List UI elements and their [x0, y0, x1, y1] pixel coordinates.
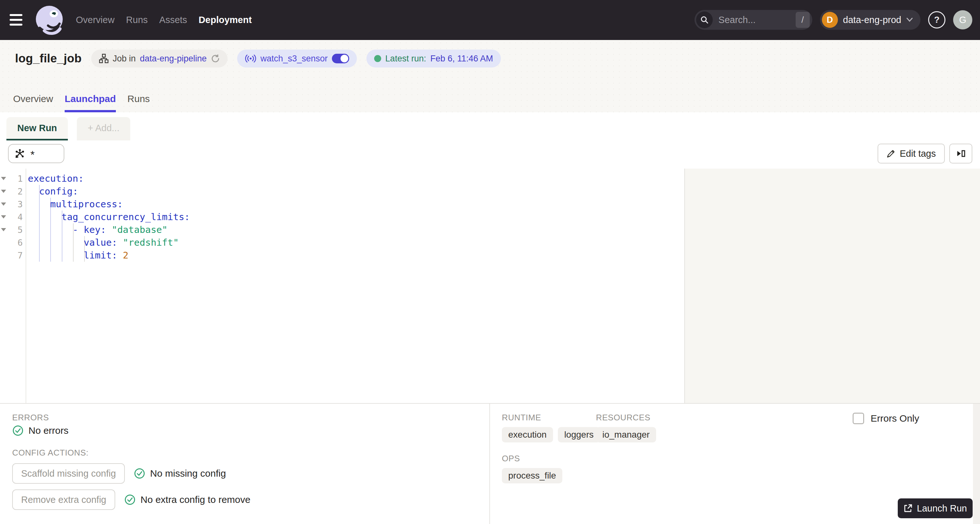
latest-run-label: Latest run:: [385, 54, 426, 64]
runtime-label: RUNTIME: [502, 413, 600, 422]
config-schema-panel: [685, 168, 980, 403]
gutter-row: 6: [0, 236, 25, 249]
search-icon: [696, 11, 713, 28]
user-avatar[interactable]: G: [953, 10, 972, 29]
scaffold-missing-config-button[interactable]: Scaffold missing config: [12, 463, 125, 484]
latest-run-link[interactable]: Feb 6, 11:46 AM: [430, 54, 493, 64]
edit-tags-label: Edit tags: [900, 148, 936, 159]
gutter-row: 1: [0, 172, 25, 185]
fold-arrow-icon[interactable]: [1, 203, 6, 206]
code-line: value: "redshift": [28, 236, 190, 249]
code-line: execution:: [28, 172, 190, 185]
search-input[interactable]: [718, 14, 795, 25]
nav-item-overview[interactable]: Overview: [76, 15, 115, 25]
latest-run-badge: Latest run: Feb 6, 11:46 AM: [366, 49, 501, 68]
check-circle-icon: [134, 468, 145, 479]
line-number: 4: [18, 212, 25, 222]
errors-only-checkbox[interactable]: [853, 413, 864, 424]
sensor-link[interactable]: watch_s3_sensor: [261, 54, 328, 64]
main-nav-links: Overview Runs Assets Deployment: [76, 0, 252, 40]
job-graph-icon: [99, 54, 108, 64]
op-selector-value: *: [30, 149, 35, 160]
fold-arrow-icon[interactable]: [1, 215, 6, 219]
help-icon[interactable]: ?: [928, 11, 945, 29]
expand-panel-icon: [955, 148, 966, 159]
errors-only-label: Errors Only: [870, 413, 919, 424]
fold-arrow-icon[interactable]: [1, 228, 6, 231]
job-location-badge: Job in data-eng-pipeline: [91, 49, 228, 68]
sensor-toggle[interactable]: [332, 54, 349, 64]
page-title: log_file_job: [15, 52, 82, 65]
launch-icon: [904, 504, 912, 513]
fold-arrow-icon[interactable]: [1, 177, 6, 180]
op-selector-input[interactable]: *: [8, 144, 64, 163]
gutter-row: 5: [0, 223, 25, 236]
launchpad-bottom-panel: ERRORS No errors CONFIG ACTIONS: Scaffol…: [0, 403, 980, 524]
config-editor-region: 1234567 execution: config: multiprocess:…: [0, 168, 980, 403]
remove-config-row: Remove extra config No extra config to r…: [12, 489, 250, 510]
global-search[interactable]: /: [695, 10, 812, 30]
ops-label: OPS: [502, 454, 562, 464]
line-number: 7: [18, 251, 25, 260]
nav-right-cluster: / D data-eng-prod ? G: [695, 10, 972, 30]
nav-item-runs[interactable]: Runs: [126, 15, 148, 25]
sensor-badge: watch_s3_sensor: [237, 49, 357, 68]
no-errors-text: No errors: [29, 425, 68, 436]
search-shortcut-key: /: [795, 12, 810, 28]
extra-config-status: No extra config to remove: [124, 494, 251, 505]
errors-panel: ERRORS No errors CONFIG ACTIONS: Scaffol…: [0, 404, 489, 524]
reload-icon[interactable]: [211, 54, 220, 63]
right-gutter-strip: [973, 404, 980, 524]
remove-extra-config-button[interactable]: Remove extra config: [12, 489, 115, 510]
run-status-dot: [374, 55, 381, 62]
resources-section: RESOURCES io_manager: [596, 413, 656, 442]
job-title-row: log_file_job Job in data-eng-pipeline: [15, 49, 501, 68]
sensor-icon: [245, 54, 256, 63]
check-circle-icon: [124, 494, 136, 505]
job-tabs: Overview Launchpad Runs: [13, 94, 150, 112]
hamburger-menu-icon[interactable]: [10, 14, 22, 25]
top-nav-bar: Overview Runs Assets Deployment / D data…: [0, 0, 980, 40]
config-editor[interactable]: execution: config: multiprocess: tag_con…: [28, 172, 190, 262]
line-number: 5: [18, 225, 25, 235]
check-circle-icon: [12, 425, 24, 436]
gutter-row: 4: [0, 211, 25, 223]
fold-arrow-icon[interactable]: [1, 190, 6, 193]
config-section-tag[interactable]: process_file: [502, 468, 562, 483]
errors-section-label: ERRORS: [12, 413, 49, 422]
gutter-row: 3: [0, 198, 25, 211]
pencil-icon: [886, 149, 896, 158]
config-section-tag[interactable]: execution: [502, 427, 553, 442]
chevron-down-icon: [907, 17, 913, 22]
edit-tags-button[interactable]: Edit tags: [878, 144, 945, 164]
config-tab-add[interactable]: + Add...: [77, 117, 130, 141]
runtime-section: RUNTIME executionloggers: [502, 413, 600, 442]
ops-section: OPS process_file: [502, 454, 562, 483]
code-line: config:: [28, 185, 190, 198]
tab-overview[interactable]: Overview: [13, 94, 53, 112]
deployment-switcher[interactable]: D data-eng-prod: [820, 10, 921, 30]
config-tab-new-run[interactable]: New Run: [6, 117, 68, 141]
code-line: multiprocess:: [28, 198, 190, 211]
config-section-tag[interactable]: loggers: [558, 427, 600, 442]
expand-panel-button[interactable]: [949, 144, 972, 164]
launchpad-toolbar: * Edit tags: [0, 140, 980, 169]
editor-gutter: 1234567: [0, 168, 26, 403]
resources-label: RESOURCES: [596, 413, 656, 422]
nav-item-assets[interactable]: Assets: [159, 15, 187, 25]
repo-link[interactable]: data-eng-pipeline: [140, 54, 207, 64]
gutter-row: 2: [0, 185, 25, 198]
code-line: tag_concurrency_limits:: [28, 211, 190, 223]
nav-item-deployment[interactable]: Deployment: [199, 15, 252, 25]
tab-launchpad[interactable]: Launchpad: [65, 94, 116, 112]
launch-run-label: Launch Run: [917, 503, 967, 514]
extra-config-text: No extra config to remove: [140, 494, 251, 505]
scaffold-config-row: Scaffold missing config No missing confi…: [12, 463, 226, 484]
config-section-tag[interactable]: io_manager: [596, 427, 656, 442]
launch-run-button[interactable]: Launch Run: [898, 499, 973, 518]
tab-runs[interactable]: Runs: [127, 94, 150, 112]
no-errors-status: No errors: [12, 425, 68, 436]
dagster-logo-icon[interactable]: [33, 3, 67, 37]
config-sections-panel: RUNTIME executionloggers RESOURCES io_ma…: [490, 404, 980, 524]
missing-config-text: No missing config: [150, 468, 226, 479]
